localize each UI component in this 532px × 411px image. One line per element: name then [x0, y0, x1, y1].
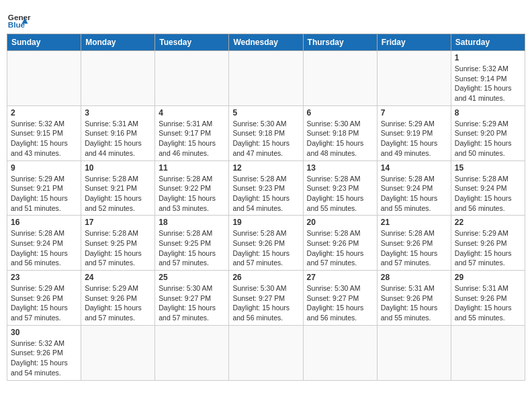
calendar-cell: 16Sunrise: 5:28 AM Sunset: 9:24 PM Dayli… [7, 216, 81, 271]
day-info: Sunrise: 5:32 AM Sunset: 9:26 PM Dayligh… [11, 338, 77, 378]
day-info: Sunrise: 5:28 AM Sunset: 9:26 PM Dayligh… [232, 228, 299, 268]
day-info: Sunrise: 5:30 AM Sunset: 9:27 PM Dayligh… [159, 283, 225, 323]
calendar-cell [303, 325, 377, 380]
day-info: Sunrise: 5:31 AM Sunset: 9:17 PM Dayligh… [159, 119, 225, 158]
day-info: Sunrise: 5:30 AM Sunset: 9:27 PM Dayligh… [232, 283, 299, 323]
day-number: 27 [307, 273, 373, 282]
day-number: 19 [232, 218, 299, 227]
calendar-cell: 4Sunrise: 5:31 AM Sunset: 9:17 PM Daylig… [155, 105, 229, 161]
day-info: Sunrise: 5:31 AM Sunset: 9:26 PM Dayligh… [381, 283, 447, 323]
day-info: Sunrise: 5:30 AM Sunset: 9:18 PM Dayligh… [307, 119, 373, 158]
calendar-cell: 19Sunrise: 5:28 AM Sunset: 9:26 PM Dayli… [229, 216, 303, 271]
day-info: Sunrise: 5:30 AM Sunset: 9:27 PM Dayligh… [307, 283, 373, 323]
svg-text:Blue: Blue [8, 20, 26, 29]
calendar-cell: 1Sunrise: 5:32 AM Sunset: 9:14 PM Daylig… [451, 51, 525, 106]
day-number: 28 [381, 273, 447, 282]
calendar-cell: 25Sunrise: 5:30 AM Sunset: 9:27 PM Dayli… [155, 271, 229, 326]
calendar-cell: 15Sunrise: 5:28 AM Sunset: 9:24 PM Dayli… [451, 161, 525, 216]
day-number: 24 [85, 273, 151, 282]
calendar-cell [7, 51, 81, 106]
day-info: Sunrise: 5:29 AM Sunset: 9:26 PM Dayligh… [11, 283, 77, 323]
day-number: 15 [455, 163, 521, 173]
day-number: 30 [11, 328, 77, 337]
calendar-cell: 23Sunrise: 5:29 AM Sunset: 9:26 PM Dayli… [7, 271, 81, 326]
day-info: Sunrise: 5:28 AM Sunset: 9:23 PM Dayligh… [307, 174, 373, 214]
day-number: 26 [232, 273, 299, 282]
calendar-cell [303, 51, 377, 106]
header: General Blue [7, 7, 525, 31]
calendar-cell: 3Sunrise: 5:31 AM Sunset: 9:16 PM Daylig… [81, 105, 155, 161]
calendar-cell [229, 325, 303, 380]
calendar-cell: 27Sunrise: 5:30 AM Sunset: 9:27 PM Dayli… [303, 271, 377, 326]
day-header-saturday: Saturday [451, 34, 525, 51]
day-number: 6 [307, 108, 373, 118]
calendar-header: SundayMondayTuesdayWednesdayThursdayFrid… [7, 34, 525, 51]
calendar-cell [155, 325, 229, 380]
calendar: SundayMondayTuesdayWednesdayThursdayFrid… [7, 34, 525, 381]
calendar-cell: 26Sunrise: 5:30 AM Sunset: 9:27 PM Dayli… [229, 271, 303, 326]
day-number: 11 [159, 163, 225, 173]
day-info: Sunrise: 5:28 AM Sunset: 9:22 PM Dayligh… [159, 174, 225, 214]
day-info: Sunrise: 5:28 AM Sunset: 9:23 PM Dayligh… [232, 174, 299, 214]
day-number: 2 [11, 108, 77, 118]
calendar-cell: 30Sunrise: 5:32 AM Sunset: 9:26 PM Dayli… [7, 325, 81, 380]
day-number: 5 [232, 108, 299, 118]
day-number: 18 [159, 218, 225, 227]
day-number: 20 [307, 218, 373, 227]
day-header-tuesday: Tuesday [155, 34, 229, 51]
day-info: Sunrise: 5:29 AM Sunset: 9:26 PM Dayligh… [85, 283, 151, 323]
day-number: 22 [455, 218, 521, 227]
day-number: 7 [381, 108, 447, 118]
day-info: Sunrise: 5:29 AM Sunset: 9:20 PM Dayligh… [455, 119, 521, 158]
calendar-cell: 14Sunrise: 5:28 AM Sunset: 9:24 PM Dayli… [377, 161, 451, 216]
day-number: 3 [85, 108, 151, 118]
day-info: Sunrise: 5:28 AM Sunset: 9:25 PM Dayligh… [85, 228, 151, 268]
day-info: Sunrise: 5:29 AM Sunset: 9:19 PM Dayligh… [381, 119, 447, 158]
day-number: 23 [11, 273, 77, 282]
day-number: 1 [455, 53, 521, 62]
day-header-thursday: Thursday [303, 34, 377, 51]
calendar-cell: 5Sunrise: 5:30 AM Sunset: 9:18 PM Daylig… [229, 105, 303, 161]
day-number: 4 [159, 108, 225, 118]
day-info: Sunrise: 5:28 AM Sunset: 9:25 PM Dayligh… [159, 228, 225, 268]
calendar-cell: 28Sunrise: 5:31 AM Sunset: 9:26 PM Dayli… [377, 271, 451, 326]
day-info: Sunrise: 5:30 AM Sunset: 9:18 PM Dayligh… [232, 119, 299, 158]
day-number: 13 [307, 163, 373, 173]
day-info: Sunrise: 5:28 AM Sunset: 9:24 PM Dayligh… [455, 174, 521, 214]
day-number: 14 [381, 163, 447, 173]
day-info: Sunrise: 5:32 AM Sunset: 9:15 PM Dayligh… [11, 119, 77, 158]
day-info: Sunrise: 5:28 AM Sunset: 9:21 PM Dayligh… [85, 174, 151, 214]
logo: General Blue [7, 7, 31, 31]
calendar-cell: 10Sunrise: 5:28 AM Sunset: 9:21 PM Dayli… [81, 161, 155, 216]
day-number: 9 [11, 163, 77, 173]
calendar-cell: 18Sunrise: 5:28 AM Sunset: 9:25 PM Dayli… [155, 216, 229, 271]
calendar-cell: 11Sunrise: 5:28 AM Sunset: 9:22 PM Dayli… [155, 161, 229, 216]
day-header-sunday: Sunday [7, 34, 81, 51]
day-info: Sunrise: 5:28 AM Sunset: 9:24 PM Dayligh… [11, 228, 77, 268]
day-number: 8 [455, 108, 521, 118]
day-info: Sunrise: 5:28 AM Sunset: 9:26 PM Dayligh… [381, 228, 447, 268]
day-number: 16 [11, 218, 77, 227]
day-header-friday: Friday [377, 34, 451, 51]
logo-icon: General Blue [7, 7, 31, 31]
calendar-cell: 7Sunrise: 5:29 AM Sunset: 9:19 PM Daylig… [377, 105, 451, 161]
day-number: 17 [85, 218, 151, 227]
day-info: Sunrise: 5:31 AM Sunset: 9:16 PM Dayligh… [85, 119, 151, 158]
calendar-cell [451, 325, 525, 380]
calendar-cell [377, 51, 451, 106]
calendar-cell: 24Sunrise: 5:29 AM Sunset: 9:26 PM Dayli… [81, 271, 155, 326]
calendar-cell: 9Sunrise: 5:29 AM Sunset: 9:21 PM Daylig… [7, 161, 81, 216]
day-header-wednesday: Wednesday [229, 34, 303, 51]
calendar-cell: 2Sunrise: 5:32 AM Sunset: 9:15 PM Daylig… [7, 105, 81, 161]
day-number: 29 [455, 273, 521, 282]
day-header-monday: Monday [81, 34, 155, 51]
calendar-cell: 17Sunrise: 5:28 AM Sunset: 9:25 PM Dayli… [81, 216, 155, 271]
calendar-cell: 8Sunrise: 5:29 AM Sunset: 9:20 PM Daylig… [451, 105, 525, 161]
day-info: Sunrise: 5:29 AM Sunset: 9:26 PM Dayligh… [455, 228, 521, 268]
calendar-cell: 12Sunrise: 5:28 AM Sunset: 9:23 PM Dayli… [229, 161, 303, 216]
day-info: Sunrise: 5:32 AM Sunset: 9:14 PM Dayligh… [455, 64, 521, 103]
day-info: Sunrise: 5:28 AM Sunset: 9:26 PM Dayligh… [307, 228, 373, 268]
calendar-cell [81, 51, 155, 106]
calendar-cell: 21Sunrise: 5:28 AM Sunset: 9:26 PM Dayli… [377, 216, 451, 271]
day-info: Sunrise: 5:31 AM Sunset: 9:26 PM Dayligh… [455, 283, 521, 323]
